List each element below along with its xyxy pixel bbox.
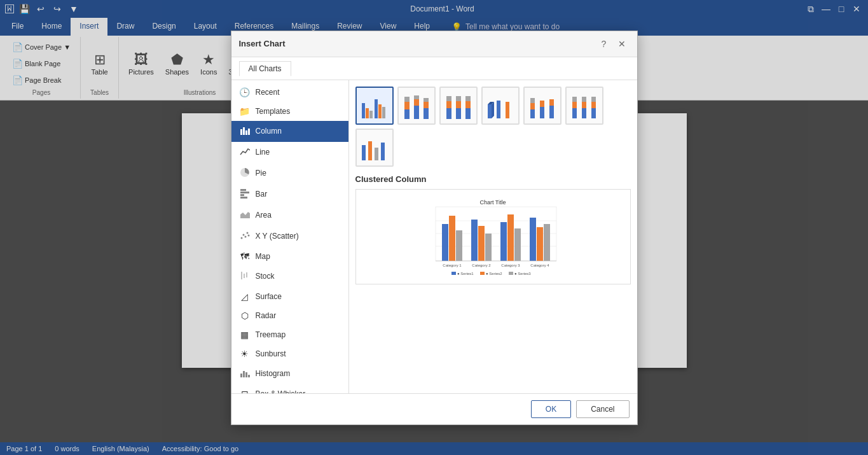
ok-button[interactable]: OK (531, 400, 571, 418)
svg-rect-69 (582, 102, 586, 108)
thumb-3d-stacked-column[interactable] (523, 101, 561, 125)
chart-type-pie[interactable]: Pie (231, 163, 348, 184)
thumb-stacked-column[interactable] (397, 101, 436, 125)
svg-rect-77 (381, 143, 385, 160)
thumb-3d-column[interactable] (355, 129, 394, 167)
svg-point-11 (242, 234, 244, 235)
svg-point-10 (240, 237, 242, 239)
chart-type-surface[interactable]: ◿ Surface (231, 287, 348, 306)
svg-rect-61 (540, 107, 544, 118)
thumb-clustered-column[interactable] (355, 101, 394, 125)
svg-rect-83 (442, 224, 448, 261)
svg-rect-88 (485, 234, 492, 261)
svg-rect-43 (424, 101, 429, 102)
svg-rect-41 (424, 108, 429, 119)
histogram-icon (239, 368, 251, 380)
cancel-button[interactable]: Cancel (576, 400, 629, 418)
svg-rect-1 (243, 127, 245, 135)
svg-rect-47 (456, 108, 461, 119)
svg-rect-91 (514, 228, 521, 261)
svg-rect-33 (378, 104, 382, 118)
svg-rect-5 (240, 189, 246, 191)
chart-type-xy-scatter[interactable]: X Y (Scatter) (231, 226, 348, 247)
svg-point-12 (244, 235, 246, 237)
svg-rect-32 (375, 101, 378, 118)
svg-rect-60 (530, 101, 535, 103)
chart-type-stock[interactable]: Stock (231, 266, 348, 287)
svg-rect-66 (572, 102, 577, 108)
svg-rect-2 (245, 130, 247, 135)
svg-rect-39 (414, 101, 419, 106)
scatter-icon (239, 230, 251, 242)
svg-rect-18 (240, 374, 242, 377)
modal-body: 🕒 Recent 📁 Templates (231, 101, 637, 393)
svg-rect-76 (375, 148, 378, 160)
chart-large-preview: Chart Title (355, 189, 631, 284)
map-label: Map (256, 252, 270, 261)
svg-rect-92 (530, 218, 536, 261)
chart-thumbnails (355, 101, 631, 167)
svg-rect-19 (243, 371, 245, 377)
svg-rect-89 (500, 222, 507, 261)
svg-rect-38 (414, 106, 419, 119)
modal-overlay: Insert Chart ? ✕ All Charts (0, 101, 868, 442)
svg-rect-68 (582, 108, 586, 118)
line-label: Line (256, 148, 270, 157)
chart-type-area[interactable]: Area (231, 205, 348, 226)
chart-type-column[interactable]: Column (231, 121, 348, 142)
sunburst-icon: ☀ (239, 349, 251, 359)
svg-rect-73 (591, 101, 596, 102)
chart-type-histogram[interactable]: Histogram (231, 363, 348, 384)
svg-rect-45 (446, 101, 451, 108)
svg-rect-44 (446, 108, 451, 119)
chart-type-list: 🕒 Recent 📁 Templates (231, 101, 349, 393)
sunburst-label: Sunburst (256, 349, 286, 358)
stock-icon (239, 270, 251, 283)
svg-rect-49 (456, 101, 461, 101)
chart-type-map[interactable]: 🗺 Map (231, 247, 348, 266)
svg-rect-20 (245, 372, 247, 377)
column-icon (239, 125, 251, 137)
svg-rect-56 (497, 101, 500, 118)
chart-type-line[interactable]: Line (231, 142, 348, 163)
surface-icon: ◿ (239, 291, 251, 302)
svg-rect-71 (591, 108, 596, 118)
svg-rect-48 (456, 101, 461, 108)
svg-rect-93 (537, 227, 543, 261)
svg-rect-8 (240, 197, 247, 199)
chart-type-bar[interactable]: Bar (231, 184, 348, 205)
svg-marker-55 (492, 102, 494, 118)
svg-text:Category 2: Category 2 (472, 263, 491, 267)
radar-label: Radar (256, 311, 277, 320)
stock-label: Stock (256, 272, 275, 281)
svg-text:● Series2: ● Series2 (486, 272, 502, 276)
thumb-100-stacked-column[interactable] (439, 101, 478, 125)
svg-marker-9 (240, 212, 250, 218)
svg-rect-84 (449, 216, 455, 261)
surface-label: Surface (256, 292, 282, 301)
clustered-column-preview-svg: Chart Title (423, 195, 563, 278)
thumb-3d-100-stacked-column[interactable] (565, 101, 603, 125)
svg-rect-74 (362, 145, 366, 160)
chart-type-sunburst[interactable]: ☀ Sunburst (231, 344, 348, 363)
column-label: Column (256, 127, 282, 136)
svg-rect-0 (240, 129, 242, 135)
chart-type-templates[interactable]: 📁 Templates (231, 102, 348, 121)
svg-text:Category 1: Category 1 (443, 263, 462, 267)
svg-rect-6 (240, 192, 249, 193)
chart-type-radar[interactable]: ⬡ Radar (231, 306, 348, 325)
insert-chart-modal: Insert Chart ? ✕ All Charts (231, 101, 638, 425)
chart-type-treemap[interactable]: ▦ Treemap (231, 325, 348, 344)
modal-footer: OK Cancel (231, 393, 637, 424)
svg-rect-59 (530, 103, 535, 109)
svg-rect-94 (544, 224, 550, 261)
svg-text:● Series3: ● Series3 (514, 272, 531, 276)
svg-rect-57 (506, 102, 509, 118)
svg-rect-46 (446, 101, 451, 101)
thumb-3d-clustered-column[interactable] (481, 101, 520, 125)
svg-rect-50 (465, 108, 471, 119)
svg-rect-64 (549, 101, 554, 106)
svg-rect-85 (456, 230, 462, 261)
chart-type-box-whisker[interactable]: ⊟ Box & Whisker (231, 384, 348, 393)
box-whisker-icon: ⊟ (239, 389, 251, 393)
